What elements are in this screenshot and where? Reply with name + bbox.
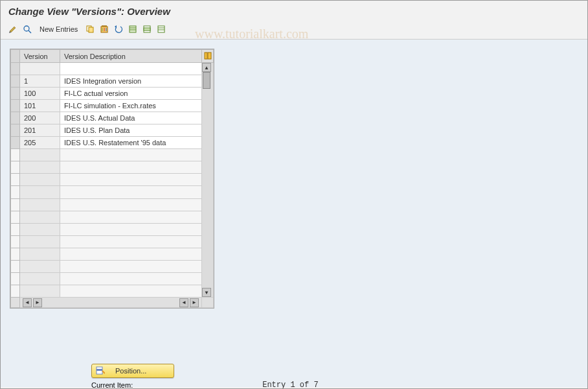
row-selector[interactable] [11,223,20,235]
vscroll-up-button[interactable]: ▲ [202,63,211,72]
hscroll-left-button[interactable]: ◄ [23,298,32,307]
svg-rect-18 [208,53,211,59]
row-selector[interactable] [11,174,20,186]
undo-icon [114,25,123,34]
delete-icon [100,25,109,34]
cell-description[interactable] [60,211,202,223]
app-toolbar: New Entries [1,21,587,40]
cell-description[interactable]: IDES U.S. Plan Data [60,124,202,137]
cell-description[interactable]: FI-LC actual version [60,88,202,100]
row-selector[interactable] [11,285,20,297]
cell-version[interactable]: 205 [20,137,60,149]
horizontal-scrollbar[interactable]: ◄ ► ◄ ► [20,298,202,308]
cell-version[interactable] [20,285,60,297]
cell-version[interactable] [20,186,60,198]
cell-version[interactable] [20,248,60,260]
copy-icon [85,25,95,34]
vertical-scrollbar[interactable]: ▲▼ [202,63,214,298]
row-selector[interactable] [11,235,20,248]
row-selector[interactable] [11,112,20,124]
row-selector[interactable] [11,63,20,75]
deselect-all-icon [157,25,166,34]
cell-version[interactable] [20,161,60,174]
row-selector[interactable] [11,198,20,211]
cell-description[interactable] [60,272,202,285]
hscroll-left2-button[interactable]: ◄ [179,298,188,307]
delete-button[interactable] [98,23,110,35]
versions-table-frame: Version Version Description ▲▼1IDES Inte… [10,49,214,309]
row-selector[interactable] [11,211,20,223]
cell-version[interactable] [20,260,60,272]
cell-version[interactable]: 200 [20,112,60,124]
position-button-label: Position... [115,367,146,375]
cell-version[interactable] [20,174,60,186]
hscroll-right-button[interactable]: ► [33,298,42,307]
cell-version[interactable]: 201 [20,124,60,137]
svg-rect-17 [205,53,207,59]
vscroll-thumb[interactable] [203,72,210,89]
cell-version[interactable] [20,235,60,248]
row-selector[interactable] [11,248,20,260]
row-selector[interactable] [11,124,20,137]
cell-version[interactable]: 1 [20,75,60,88]
cell-description[interactable] [60,260,202,272]
table-settings-button[interactable] [202,50,214,63]
copy-as-button[interactable] [84,23,96,35]
position-button[interactable]: Position... [91,364,174,378]
position-icon [96,366,105,375]
cell-description[interactable] [60,161,202,174]
undo-change-button[interactable] [113,23,124,35]
svg-rect-13 [144,28,150,30]
other-view-button[interactable] [21,23,33,35]
cell-description[interactable] [60,235,202,248]
cell-description[interactable]: IDES U.S. Restatement '95 data [60,137,202,149]
svg-line-1 [28,30,31,33]
svg-rect-14 [158,26,164,32]
new-entries-button[interactable]: New Entries [36,24,82,34]
cell-description[interactable] [60,63,202,75]
svg-point-0 [24,26,29,31]
row-selector[interactable] [11,88,20,100]
row-selector[interactable] [11,260,20,272]
cell-description[interactable] [60,223,202,235]
entry-count-label: Entry 1 of 7 [262,381,318,389]
row-selector[interactable] [11,137,20,149]
cell-description[interactable]: IDES U.S. Actual Data [60,112,202,124]
col-header-version[interactable]: Version [20,50,60,63]
pencil-icon [8,25,17,34]
cell-version[interactable] [20,223,60,235]
current-item-label: Current Item: [91,381,133,389]
row-selector-header[interactable] [11,50,20,63]
col-header-description[interactable]: Version Description [60,50,202,63]
row-selector[interactable] [11,161,20,174]
svg-rect-3 [89,27,93,32]
cell-version[interactable] [20,211,60,223]
row-selector[interactable] [11,149,20,161]
cell-description[interactable]: IDES Integration version [60,75,202,88]
select-block-button[interactable] [141,23,153,35]
cell-version[interactable] [20,149,60,161]
row-selector[interactable] [11,186,20,198]
row-selector[interactable] [11,75,20,88]
cell-description[interactable] [60,186,202,198]
cell-description[interactable] [60,149,202,161]
cell-description[interactable] [60,198,202,211]
deselect-all-button[interactable] [155,23,167,35]
display-change-toggle-button[interactable] [7,23,19,35]
hscroll-right2-button[interactable]: ► [190,298,199,307]
select-all-icon [128,25,137,34]
cell-version[interactable]: 101 [20,100,60,112]
select-all-button[interactable] [127,23,139,35]
page-title: Change View "Versions": Overview [8,6,580,17]
cell-version[interactable] [20,198,60,211]
cell-version[interactable] [20,63,60,75]
cell-description[interactable] [60,248,202,260]
cell-version[interactable] [20,272,60,285]
row-selector[interactable] [11,272,20,285]
vscroll-down-button[interactable]: ▼ [202,288,211,297]
cell-description[interactable]: FI-LC simulation - Exch.rates [60,100,202,112]
cell-description[interactable] [60,285,202,297]
row-selector[interactable] [11,100,20,112]
cell-description[interactable] [60,174,202,186]
cell-version[interactable]: 100 [20,88,60,100]
